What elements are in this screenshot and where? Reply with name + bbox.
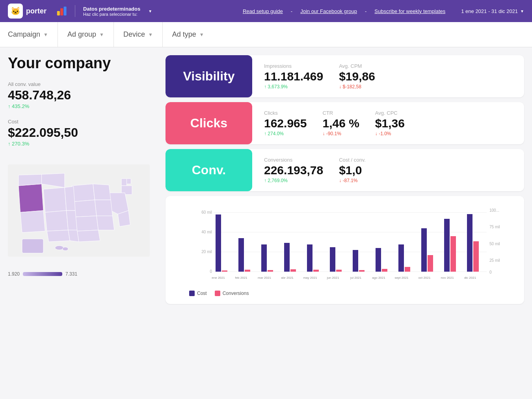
bar-chart: 60 mil 40 mil 20 mil 0 100... 75 mil 50 … [173,208,516,287]
svg-rect-75 [467,214,472,272]
filter-adtype-arrow: ▼ [199,32,204,37]
svg-rect-70 [428,255,433,272]
filter-adtype[interactable]: Ad type ▼ [163,22,214,47]
svg-text:ene 2021: ene 2021 [212,276,225,280]
chart-legend: Cost Conversions [173,291,516,296]
svg-rect-1 [60,8,63,15]
svg-rect-69 [421,228,427,272]
left-panel: Your company All conv. value 458.748,26 … [8,55,158,391]
legend-cost-label: Cost [197,291,207,296]
svg-rect-64 [382,269,387,272]
svg-point-27 [55,246,64,250]
svg-rect-5 [127,179,131,184]
nav-read-setup[interactable]: Read setup guide [243,8,283,14]
svg-rect-43 [222,270,227,272]
avg-cpc-label: Avg. CPC [375,110,405,116]
chart-area: 60 mil 40 mil 20 mil 0 100... 75 mil 50 … [173,208,516,287]
svg-rect-54 [307,244,313,272]
svg-marker-17 [45,211,69,231]
ctr-value: 1,46 % [322,117,359,130]
cost-value: $222.095,50 [8,125,158,140]
svg-rect-55 [313,270,319,272]
impressions-metric: Impressions 11.181.469 ↑ 3,673.9% [264,63,323,89]
svg-text:feb 2021: feb 2021 [235,276,247,280]
filter-device-arrow: ▼ [148,32,153,37]
svg-rect-42 [216,214,221,272]
avg-cpm-metric: Avg. CPM $19,86 ↓ $-182,58 [339,63,375,89]
impressions-change: ↑ 3,673.9% [264,84,323,89]
svg-rect-61 [359,270,365,272]
avg-cpc-change: ↓ -1.0% [375,131,405,136]
all-conv-value-change: ↑ 435.2% [8,103,158,109]
nav-facebook[interactable]: Join our Facebook group [300,8,357,14]
conversions-value: 226.193,78 [264,164,323,177]
svg-marker-24 [47,230,70,242]
nav-subscribe[interactable]: Subscribe for weekly templates [374,8,445,14]
svg-rect-66 [398,244,404,272]
google-analytics-icon [56,6,67,17]
map-legend-min: 1.920 [8,271,20,277]
right-panel: Visibility Impressions 11.181.469 ↑ 3,67… [166,55,524,391]
svg-marker-18 [67,211,77,230]
data-selector-title: Datos predeterminados [83,6,140,12]
conversions-label: Conversions [264,157,323,163]
svg-rect-49 [268,270,273,272]
cost-conv-change: ↓ -87.1% [339,178,366,183]
svg-text:sept 2021: sept 2021 [394,276,409,280]
svg-text:25 mil: 25 mil [489,258,500,263]
kpi-visibility-card: Visibility Impressions 11.181.469 ↑ 3,67… [166,55,524,97]
svg-text:jul 2021: jul 2021 [350,276,362,280]
logo-text: porter [26,7,47,15]
logo-icon: 🐱 [8,4,23,19]
clicks-metric: Clicks 162.965 ↑ 274.0% [264,110,307,136]
logo[interactable]: 🐱 porter [8,4,47,19]
data-selector[interactable]: Datos predeterminados Haz clic para sele… [83,6,140,17]
svg-rect-0 [57,11,60,15]
svg-rect-46 [245,270,250,272]
svg-text:50 mil: 50 mil [489,242,500,246]
filter-adgroup[interactable]: Ad group ▼ [58,22,114,47]
svg-marker-12 [95,200,113,216]
svg-rect-45 [238,238,244,272]
nav-divider [75,5,75,17]
conv-label: Conv. [192,163,226,177]
legend-cost-dot [189,291,195,296]
clicks-count-label: Clicks [264,110,307,116]
conv-label-block: Conv. [166,149,252,191]
cost-block: Cost $222.095,50 ↑ 270.3% [8,119,158,147]
main-content: Your company All conv. value 458.748,26 … [0,47,532,399]
svg-text:100...: 100... [489,208,499,213]
cost-conv-metric: Cost / conv. $1,0 ↓ -87.1% [339,157,366,183]
svg-rect-4 [121,179,127,186]
clicks-change: ↑ 274.0% [264,131,307,136]
filter-bar: Campaign ▼ Ad group ▼ Device ▼ Ad type ▼ [0,22,532,47]
legend-conversions: Conversions [215,291,249,296]
conversions-metric: Conversions 226.193,78 ↑ 2,769.0% [264,157,323,183]
date-range-text: 1 ene 2021 - 31 dic 2021 [461,8,518,14]
cost-label: Cost [8,119,158,125]
svg-text:0: 0 [489,270,492,274]
svg-marker-9 [72,184,95,201]
svg-text:jun 2021: jun 2021 [327,276,339,280]
filter-campaign[interactable]: Campaign ▼ [8,22,58,47]
avg-cpm-value: $19,86 [339,70,375,83]
map-container [8,159,150,262]
chart-container: 60 mil 40 mil 20 mil 0 100... 75 mil 50 … [166,196,524,304]
filter-adtype-label: Ad type [172,30,196,39]
filter-campaign-label: Campaign [8,30,40,39]
data-selector-arrow[interactable]: ▼ [148,9,152,13]
svg-point-28 [63,247,68,250]
date-range-arrow: ▼ [520,9,524,13]
svg-text:may 2021: may 2021 [303,276,317,280]
nav-separator-2: - [365,8,366,14]
impressions-label: Impressions [264,63,323,69]
filter-device[interactable]: Device ▼ [114,22,163,47]
svg-text:20 mil: 20 mil [201,250,212,254]
svg-text:75 mil: 75 mil [489,225,500,229]
all-conv-value-block: All conv. value 458.748,26 ↑ 435.2% [8,81,158,109]
date-range[interactable]: 1 ene 2021 - 31 dic 2021 ▼ [461,8,524,14]
clicks-count-value: 162.965 [264,117,307,130]
visibility-metrics: Impressions 11.181.469 ↑ 3,673.9% Avg. C… [252,55,524,97]
cost-conv-label: Cost / conv. [339,157,366,163]
clicks-label-block: Clicks [166,102,252,144]
